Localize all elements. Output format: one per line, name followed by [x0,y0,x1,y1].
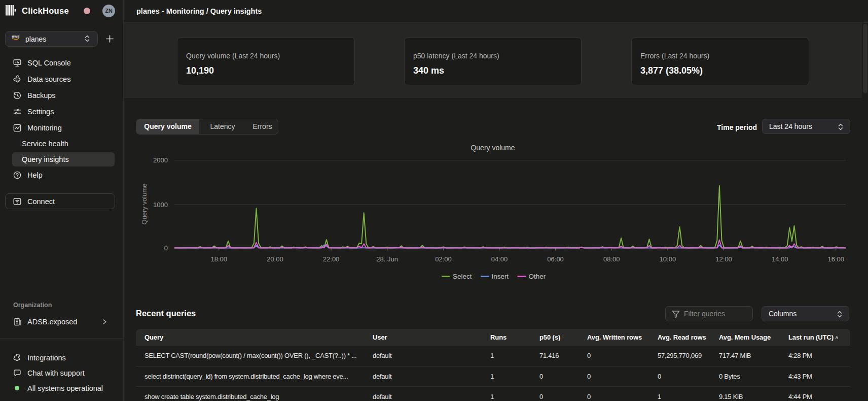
svg-text:06:00: 06:00 [547,255,564,263]
svg-text:Other: Other [529,273,546,280]
svg-text:12:00: 12:00 [715,255,732,263]
svg-text:22:00: 22:00 [323,255,340,263]
svg-text:10:00: 10:00 [660,255,676,263]
svg-text:Query volume: Query volume [140,184,148,225]
svg-text:Query volume: Query volume [471,144,515,152]
svg-text:08:00: 08:00 [603,255,620,263]
svg-text:Select: Select [453,273,472,280]
svg-text:20:00: 20:00 [267,255,283,263]
svg-text:02:00: 02:00 [435,255,452,263]
svg-text:04:00: 04:00 [491,255,508,263]
svg-text:1000: 1000 [153,201,168,209]
svg-text:0: 0 [164,244,168,252]
svg-text:2000: 2000 [153,156,168,164]
svg-text:Insert: Insert [492,273,509,280]
svg-text:16:00: 16:00 [828,255,845,263]
svg-text:28. Jun: 28. Jun [376,255,398,263]
svg-text:18:00: 18:00 [211,255,228,263]
svg-text:14:00: 14:00 [772,255,788,263]
svg-text:aws: aws [12,34,20,39]
